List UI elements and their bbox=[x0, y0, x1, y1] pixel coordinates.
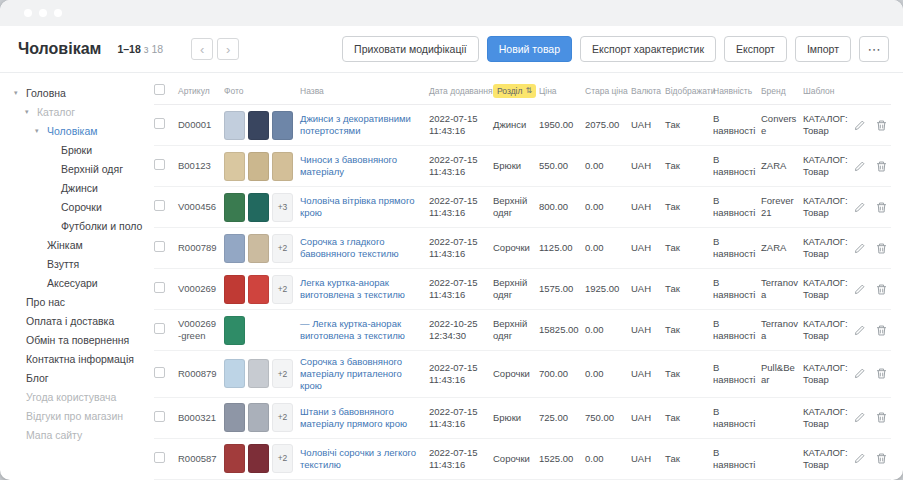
sidebar-item-men[interactable]: Чоловікам bbox=[14, 121, 150, 140]
next-page-button[interactable]: › bbox=[217, 38, 239, 60]
row-checkbox[interactable] bbox=[154, 118, 165, 129]
sidebar-item-outerwear[interactable]: Верхній одяг bbox=[14, 159, 150, 178]
hide-modifications-button[interactable]: Приховати модифікації bbox=[342, 36, 479, 62]
more-photos-badge[interactable]: +2 bbox=[272, 403, 293, 432]
more-photos-badge[interactable]: +2 bbox=[272, 359, 293, 388]
product-photo[interactable] bbox=[248, 359, 269, 388]
header-checkbox-cell bbox=[154, 84, 178, 97]
import-button[interactable]: Імпорт bbox=[795, 36, 851, 62]
sidebar-item-blog[interactable]: Блог bbox=[14, 368, 150, 387]
window-dot[interactable] bbox=[24, 9, 32, 17]
sidebar-item-store-reviews[interactable]: Відгуки про магазин bbox=[14, 406, 150, 425]
product-name-link[interactable]: Чоловічі сорочки з легкого текстилю bbox=[300, 447, 424, 471]
product-photo[interactable] bbox=[224, 152, 245, 181]
window-dot[interactable] bbox=[54, 9, 62, 17]
row-checkbox[interactable] bbox=[154, 282, 165, 293]
section-sort-pill[interactable]: Розділ ⇅ bbox=[493, 84, 536, 98]
product-photo[interactable] bbox=[272, 111, 293, 140]
edit-icon[interactable] bbox=[853, 119, 866, 132]
product-photo[interactable] bbox=[224, 111, 245, 140]
export-button[interactable]: Експорт bbox=[724, 36, 787, 62]
export-characteristics-button[interactable]: Експорт характеристик bbox=[580, 36, 716, 62]
product-name-link[interactable]: Сорочка з гладкого бавовняного текстилю bbox=[300, 236, 424, 260]
edit-icon[interactable] bbox=[853, 201, 866, 214]
sidebar-item-shirts[interactable]: Сорочки bbox=[14, 197, 150, 216]
product-name-link[interactable]: — Легка куртка-анорак виготовлена з текс… bbox=[300, 318, 424, 342]
row-checkbox[interactable] bbox=[154, 323, 165, 334]
cell-date-added: 2022-07-15 11:43:16 bbox=[429, 362, 493, 386]
sidebar-item-tshirts-polo[interactable]: Футболки и поло bbox=[14, 216, 150, 235]
sidebar-item-catalog[interactable]: Каталог bbox=[14, 102, 150, 121]
delete-icon[interactable] bbox=[875, 119, 888, 132]
delete-icon[interactable] bbox=[875, 411, 888, 424]
row-checkbox[interactable] bbox=[154, 411, 165, 422]
edit-icon[interactable] bbox=[853, 160, 866, 173]
cell-price: 1575.00 bbox=[539, 283, 585, 295]
sidebar-item-sitemap[interactable]: Мапа сайту bbox=[14, 425, 150, 444]
sidebar-item-trousers[interactable]: Брюки bbox=[14, 140, 150, 159]
cell-actions bbox=[855, 283, 891, 296]
edit-icon[interactable] bbox=[853, 283, 866, 296]
product-photo[interactable] bbox=[272, 152, 293, 181]
product-photo[interactable] bbox=[248, 444, 269, 473]
sidebar-item-women[interactable]: Жінкам bbox=[14, 235, 150, 254]
product-name-link[interactable]: Джинси з декоративними потертостями bbox=[300, 113, 424, 137]
delete-icon[interactable] bbox=[875, 452, 888, 465]
sidebar-item-jeans[interactable]: Джинси bbox=[14, 178, 150, 197]
sidebar-item-shoes[interactable]: Взуття bbox=[14, 254, 150, 273]
product-photo[interactable] bbox=[248, 234, 269, 263]
delete-icon[interactable] bbox=[875, 367, 888, 380]
product-photo[interactable] bbox=[224, 444, 245, 473]
product-name-link[interactable]: Сорочка з бавовняного матеріалу притален… bbox=[300, 356, 424, 392]
product-photo[interactable] bbox=[224, 275, 245, 304]
product-photo[interactable] bbox=[248, 111, 269, 140]
delete-icon[interactable] bbox=[875, 201, 888, 214]
sidebar-item-user-agreement[interactable]: Угода користувача bbox=[14, 387, 150, 406]
row-checkbox[interactable] bbox=[154, 200, 165, 211]
product-photo[interactable] bbox=[248, 152, 269, 181]
sidebar-item-label: Оплата і доставка bbox=[26, 315, 114, 327]
product-photo[interactable] bbox=[248, 275, 269, 304]
sidebar-item-contacts[interactable]: Контактна інформація bbox=[14, 349, 150, 368]
new-product-button[interactable]: Новий товар bbox=[487, 36, 572, 62]
delete-icon[interactable] bbox=[875, 283, 888, 296]
delete-icon[interactable] bbox=[875, 242, 888, 255]
product-photo[interactable] bbox=[248, 403, 269, 432]
product-name-link[interactable]: Штани з бавовняного матеріалу прямого кр… bbox=[300, 406, 424, 430]
product-photo[interactable] bbox=[224, 316, 245, 345]
select-all-checkbox[interactable] bbox=[154, 84, 165, 95]
more-actions-button[interactable]: ⋯ bbox=[859, 36, 889, 62]
product-photo[interactable] bbox=[224, 359, 245, 388]
more-photos-badge[interactable]: +2 bbox=[272, 444, 293, 473]
more-photos-badge[interactable]: +2 bbox=[272, 275, 293, 304]
edit-icon[interactable] bbox=[853, 411, 866, 424]
table-row: R000587+2Чоловічі сорочки з легкого текс… bbox=[154, 439, 891, 480]
product-name-link[interactable]: Чиноси з бавовняного матеріалу bbox=[300, 154, 424, 178]
sidebar-item-accessories[interactable]: Аксесуари bbox=[14, 273, 150, 292]
edit-icon[interactable] bbox=[853, 367, 866, 380]
row-checkbox[interactable] bbox=[154, 159, 165, 170]
product-photo[interactable] bbox=[224, 403, 245, 432]
edit-icon[interactable] bbox=[853, 242, 866, 255]
prev-page-button[interactable]: ‹ bbox=[191, 38, 213, 60]
delete-icon[interactable] bbox=[875, 160, 888, 173]
row-checkbox[interactable] bbox=[154, 452, 165, 463]
edit-icon[interactable] bbox=[853, 452, 866, 465]
window-dot[interactable] bbox=[39, 9, 47, 17]
sidebar-item-home[interactable]: Головна bbox=[14, 83, 150, 102]
product-photo[interactable] bbox=[248, 193, 269, 222]
sidebar-item-exchange-return[interactable]: Обмін та повернення bbox=[14, 330, 150, 349]
product-photo[interactable] bbox=[224, 234, 245, 263]
sidebar-item-about[interactable]: Про нас bbox=[14, 292, 150, 311]
row-checkbox[interactable] bbox=[154, 241, 165, 252]
product-name-link[interactable]: Легка куртка-анорак виготовлена з тексти… bbox=[300, 277, 424, 301]
sidebar-item-label: Про нас bbox=[26, 296, 65, 308]
product-photo[interactable] bbox=[224, 193, 245, 222]
more-photos-badge[interactable]: +2 bbox=[272, 234, 293, 263]
product-name-link[interactable]: Чоловіча вітрівка прямого крою bbox=[300, 195, 424, 219]
sidebar-item-payment-delivery[interactable]: Оплата і доставка bbox=[14, 311, 150, 330]
delete-icon[interactable] bbox=[875, 324, 888, 337]
edit-icon[interactable] bbox=[853, 324, 866, 337]
row-checkbox[interactable] bbox=[154, 367, 165, 378]
more-photos-badge[interactable]: +3 bbox=[272, 193, 293, 222]
